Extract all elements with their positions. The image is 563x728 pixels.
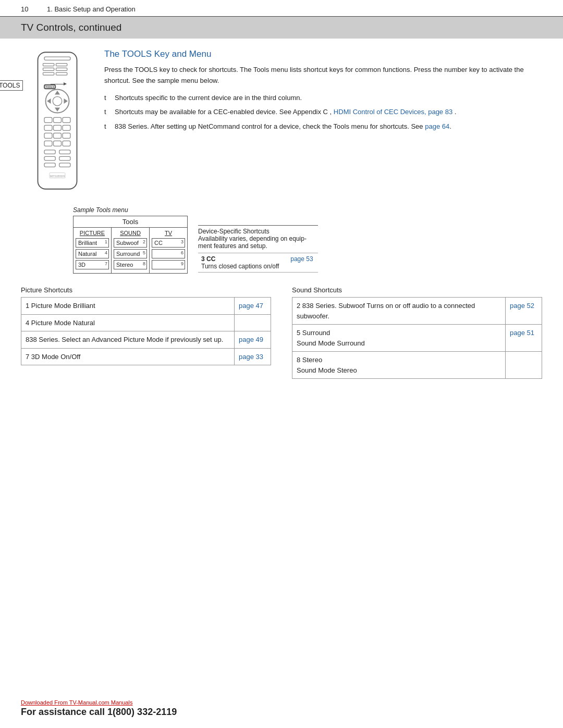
svg-rect-2 — [43, 64, 54, 66]
sound-row-2-desc: 5 SurroundSound Mode Surround — [292, 325, 506, 352]
subwoof-btn[interactable]: 2Subwoof — [114, 238, 147, 248]
sound-col-header: SOUND — [120, 230, 141, 236]
picture-row-4-desc: 7 3D Mode On/Off — [21, 348, 235, 365]
picture-col: PICTURE 1Brilliant 4Natural 73D — [74, 228, 112, 273]
top-area: TOOLS — [21, 49, 542, 194]
picture-row-3-page[interactable]: page 49 — [235, 331, 271, 349]
device-shortcuts-title: Device-Specific Shortcuts — [198, 228, 318, 235]
picture-row-1: 1 Picture Mode Brilliant page 47 — [21, 298, 271, 315]
sound-row-1: 2 838 Series. Subwoof Turns on or off au… — [292, 298, 542, 325]
svg-rect-20 — [44, 133, 52, 138]
device-shortcuts-desc: 3 CC Turns closed captions on/off — [198, 253, 287, 273]
tv-col-header: TV — [165, 230, 172, 236]
svg-rect-18 — [54, 125, 62, 130]
picture-row-4-page[interactable]: page 33 — [235, 348, 271, 365]
svg-marker-12 — [47, 98, 51, 104]
svg-rect-5 — [56, 68, 67, 70]
picture-row-2: 4 Picture Mode Natural — [21, 314, 271, 331]
brilliant-btn[interactable]: 1Brilliant — [76, 238, 109, 248]
bullet-2: Shortcuts may be available for a CEC-ena… — [104, 107, 542, 117]
device-shortcuts-subtitle: Availability varies, depending on equip-… — [198, 235, 318, 250]
bullet-3: 838 Series. After setting up NetCommand … — [104, 121, 542, 132]
device-shortcuts-annotation: Device-Specific Shortcuts Availability v… — [198, 206, 318, 274]
svg-rect-30 — [44, 163, 55, 167]
svg-rect-22 — [63, 133, 70, 138]
footer-download[interactable]: Downloaded From TV-Manual.com Manuals — [21, 699, 542, 706]
svg-rect-3 — [56, 64, 67, 66]
footer-assistance: For assistance call 1(800) 332-2119 — [21, 707, 542, 718]
picture-row-1-desc: 1 Picture Mode Brilliant — [21, 298, 235, 315]
tv-btn-6[interactable]: 6 — [152, 249, 185, 258]
picture-shortcuts: Picture Shortcuts 1 Picture Mode Brillia… — [21, 286, 271, 379]
sound-row-3: 8 StereoSound Mode Stereo — [292, 352, 542, 379]
sound-row-2-page[interactable]: page 51 — [506, 325, 542, 352]
page-footer: Downloaded From TV-Manual.com Manuals Fo… — [0, 699, 563, 718]
tools-menu: Tools PICTURE 1Brilliant 4Natural 73D SO… — [73, 216, 188, 274]
bullet-1: Shortcuts specific to the current device… — [104, 93, 542, 103]
cc-btn[interactable]: 3CC — [152, 238, 185, 248]
picture-row-2-page — [235, 314, 271, 331]
svg-rect-27 — [59, 150, 70, 154]
picture-col-header: PICTURE — [80, 230, 105, 236]
sound-col: SOUND 2Subwoof 5Surround 8Stereo — [112, 228, 150, 273]
tools-menu-cols: PICTURE 1Brilliant 4Natural 73D SOUND 2S… — [74, 228, 187, 273]
section-banner-title: TV Controls, continued — [21, 22, 121, 33]
svg-rect-17 — [44, 125, 52, 130]
page-header: 10 1. Basic Setup and Operation — [0, 0, 563, 17]
picture-shortcuts-table: 1 Picture Mode Brilliant page 47 4 Pictu… — [21, 297, 271, 365]
page64-link[interactable]: page 64 — [425, 122, 449, 130]
tools-heading: The TOOLS Key and Menu — [104, 49, 542, 59]
remote-arrow — [51, 84, 66, 84]
sound-row-2: 5 SurroundSound Mode Surround page 51 — [292, 325, 542, 352]
tv-btn-9[interactable]: 9 — [152, 260, 185, 269]
device-shortcuts-table: 3 CC Turns closed captions on/off page 5… — [198, 253, 318, 273]
svg-marker-11 — [55, 108, 60, 112]
svg-text:MITSUBISHI: MITSUBISHI — [50, 175, 65, 178]
surround-btn[interactable]: 5Surround — [114, 249, 147, 258]
device-shortcuts-row: 3 CC Turns closed captions on/off page 5… — [198, 253, 318, 273]
picture-row-1-page[interactable]: page 47 — [235, 298, 271, 315]
svg-rect-29 — [59, 156, 70, 161]
picture-row-2-desc: 4 Picture Mode Natural — [21, 314, 235, 331]
header-title: 1. Basic Setup and Operation — [47, 5, 136, 13]
sound-row-1-desc: 2 838 Series. Subwoof Turns on or off au… — [292, 298, 506, 325]
tools-intro: Press the TOOLS key to check for shortcu… — [104, 65, 542, 87]
cc-item-number: 3 CC — [201, 255, 215, 263]
tools-text: The TOOLS Key and Menu Press the TOOLS k… — [104, 49, 542, 194]
sound-row-3-page — [506, 352, 542, 379]
section-banner: TV Controls, continued — [0, 17, 563, 39]
sound-row-1-page[interactable]: page 52 — [506, 298, 542, 325]
hdmi-link[interactable]: HDMI Control of CEC Devices, page 83 — [334, 108, 452, 116]
svg-rect-26 — [44, 150, 55, 154]
sample-menu-left: Sample Tools menu Tools PICTURE 1Brillia… — [73, 206, 188, 274]
svg-rect-21 — [54, 133, 62, 138]
shortcuts-area: Picture Shortcuts 1 Picture Mode Brillia… — [21, 286, 542, 379]
page-number: 10 — [21, 5, 36, 13]
cc-item-desc: Turns closed captions on/off — [201, 263, 279, 270]
device-shortcuts-box: Device-Specific Shortcuts Availability v… — [198, 225, 318, 273]
svg-rect-25 — [63, 141, 70, 146]
tools-menu-title: Tools — [74, 216, 187, 228]
svg-rect-6 — [43, 72, 54, 75]
sound-row-3-desc: 8 StereoSound Mode Stereo — [292, 352, 506, 379]
3d-btn[interactable]: 73D — [76, 260, 109, 269]
svg-rect-7 — [56, 72, 67, 75]
remote-container: TOOLS — [21, 49, 89, 194]
natural-btn[interactable]: 4Natural — [76, 249, 109, 258]
picture-shortcuts-title: Picture Shortcuts — [21, 286, 271, 294]
svg-point-9 — [53, 96, 62, 106]
tv-col: TV 3CC 6 9 — [150, 228, 187, 273]
picture-row-3-desc: 838 Series. Select an Advanced Picture M… — [21, 331, 235, 349]
svg-rect-23 — [44, 141, 52, 146]
svg-rect-1 — [44, 57, 70, 60]
sample-label: Sample Tools menu — [73, 206, 188, 214]
device-shortcuts-page[interactable]: page 53 — [287, 253, 318, 273]
svg-rect-19 — [63, 125, 70, 130]
tools-bullets: Shortcuts specific to the current device… — [104, 93, 542, 132]
svg-rect-31 — [59, 163, 70, 167]
picture-row-4: 7 3D Mode On/Off page 33 — [21, 348, 271, 365]
picture-row-3: 838 Series. Select an Advanced Picture M… — [21, 331, 271, 349]
svg-rect-16 — [63, 117, 70, 122]
sound-shortcuts-table: 2 838 Series. Subwoof Turns on or off au… — [292, 297, 542, 379]
stereo-btn[interactable]: 8Stereo — [114, 260, 147, 269]
